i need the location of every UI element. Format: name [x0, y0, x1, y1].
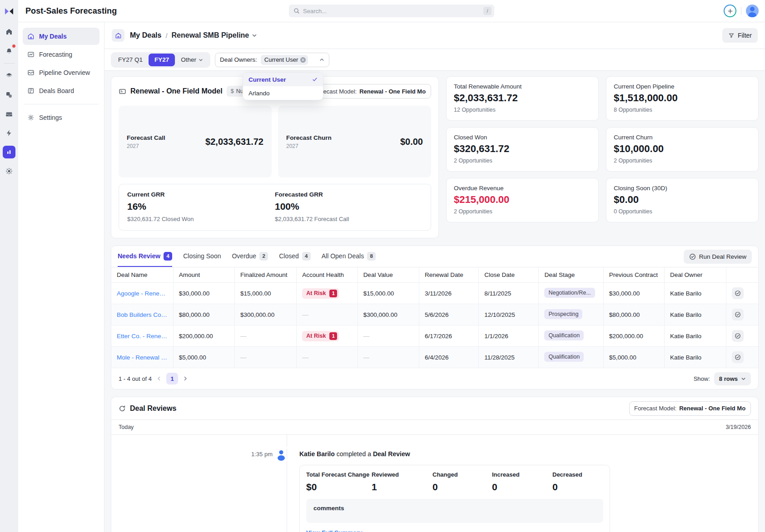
breadcrumb-root[interactable]: My Deals [130, 31, 161, 39]
grr-sub: $2,033,631.72 Forecast Call [275, 216, 422, 222]
deal-name-link[interactable]: Etter Co. - Renewal ... [117, 333, 168, 340]
column-header[interactable]: Deal Name [111, 267, 173, 283]
prev-page-icon[interactable] [156, 376, 162, 381]
entry-time: 1:35 pm [111, 451, 273, 458]
rail-inbox-icon[interactable] [3, 108, 15, 120]
table-row: Etter Co. - Renewal ... $200,000.00 — At… [111, 325, 758, 347]
rail-zap-icon[interactable] [3, 127, 15, 139]
tab-closed[interactable]: Closed4 [279, 246, 311, 267]
column-header[interactable]: Finalized Amount [235, 267, 297, 283]
rail-forecasting-app-icon[interactable] [3, 146, 15, 158]
deal-name-link[interactable]: Mole - Renewal 2026 [117, 354, 168, 361]
tab-needs-review[interactable]: Needs Review4 [118, 246, 172, 267]
rail-home-icon[interactable] [3, 25, 15, 38]
stat-card-total-renewable: Total Renewable Amount $2,033,631.72 12 … [446, 76, 599, 121]
stat-card-overdue-revenue: Overdue Revenue $215,000.00 2 Opportunit… [446, 178, 599, 222]
review-seal-icon[interactable] [732, 330, 744, 342]
stat-label: Overdue Revenue [454, 185, 591, 192]
previous-contract-cell: $80,000.00 [603, 304, 664, 325]
forecast-model-select[interactable]: Forecast Model: Renewal - One Field Mo [309, 84, 431, 99]
deals-table-card: Needs Review4 Closing Soon Overdue2 Clos… [111, 246, 759, 389]
forecast-call-panel: Forecast Call 2027 $2,033,631.72 [119, 106, 272, 177]
entry-action: completed a [337, 450, 371, 458]
column-header-actions [726, 267, 758, 283]
review-stat: Total Forecast Change $0 [306, 471, 372, 493]
review-seal-icon[interactable] [732, 287, 744, 299]
review-seal-icon[interactable] [732, 351, 744, 363]
breadcrumb-current[interactable]: Renewal SMB Pipeline [172, 31, 258, 39]
run-deal-review-button[interactable]: Run Deal Review [684, 250, 752, 264]
pagination-range: 1 - 4 out of 4 [119, 375, 152, 382]
close-date-cell: 8/11/2025 [479, 283, 539, 304]
add-button[interactable] [724, 5, 736, 17]
filter-button[interactable]: Filter [722, 28, 758, 43]
column-header[interactable]: Renewal Date [419, 267, 478, 283]
notification-dot [12, 44, 16, 48]
breadcrumb-home-button[interactable] [112, 29, 124, 42]
stat-label: Total Renewable Amount [454, 83, 591, 90]
forecast-model-card: Renewal - One Field Model $ Numeric Fore… [111, 76, 439, 238]
column-header[interactable]: Close Date [479, 267, 539, 283]
reviews-forecast-model-select[interactable]: Forecast Model: Renewal - One Field Mo [629, 401, 751, 416]
rail-shapes-icon[interactable] [3, 89, 15, 101]
app-root: Post-Sales Forecasting / [0, 0, 765, 532]
dropdown-option-arlando[interactable]: Arlando [243, 86, 323, 100]
view-full-summary-link[interactable]: View Full Summary [306, 529, 363, 532]
column-header[interactable]: Previous Contract [603, 267, 664, 283]
period-other[interactable]: Other [175, 54, 209, 66]
stat-sub: 8 Opportunities [614, 107, 751, 113]
search-input[interactable] [303, 8, 480, 15]
column-header[interactable]: Amount [173, 267, 234, 283]
owner-chip: Current User [261, 55, 308, 65]
amount-cell: $5,000.00 [173, 347, 234, 368]
page-size-select[interactable]: 8 rows [714, 372, 751, 385]
sidebar-item-my-deals[interactable]: My Deals [23, 28, 99, 45]
deal-owners-combobox[interactable]: Deal Owners: Current User [215, 53, 329, 67]
sidebar-item-deals-board[interactable]: Deals Board [23, 82, 99, 99]
content: Renewal - One Field Model $ Numeric Fore… [104, 71, 765, 532]
day-label: Today [119, 424, 134, 430]
page-number[interactable]: 1 [166, 373, 178, 384]
deal-name-link[interactable]: Bob Builders Compa... [117, 311, 168, 318]
funnel-icon [728, 32, 735, 39]
next-page-icon[interactable] [183, 376, 188, 381]
column-header[interactable]: Deal Value [358, 267, 419, 283]
period-fy27q1[interactable]: FY27 Q1 [112, 54, 149, 66]
actions-cell [726, 304, 758, 325]
stat-label: Current Churn [614, 134, 751, 141]
actions-cell [726, 347, 758, 368]
column-header[interactable]: Deal Stage [539, 267, 603, 283]
rail-layers-icon[interactable] [3, 69, 15, 82]
remove-chip-icon[interactable] [300, 57, 306, 63]
chevron-down-icon [741, 376, 746, 381]
comments-box: comments [306, 499, 603, 523]
sidebar-item-settings[interactable]: Settings [23, 109, 99, 126]
stat-value: $1,518,000.00 [614, 92, 751, 104]
app-logo[interactable] [0, 0, 18, 22]
sidebar-item-pipeline-overview[interactable]: Pipeline Overview [23, 64, 99, 81]
tab-all-open-deals[interactable]: All Open Deals8 [322, 246, 376, 267]
review-seal-icon[interactable] [732, 309, 744, 320]
icon-rail [0, 0, 18, 532]
user-avatar[interactable] [746, 5, 759, 17]
health-cell: At Risk1 [297, 325, 358, 347]
deal-name-link[interactable]: Agoogle - Renewal ... [117, 290, 168, 297]
health-cell: — [297, 304, 358, 325]
column-header[interactable]: Deal Owner [665, 267, 726, 283]
stats-grid: Total Renewable Amount $2,033,631.72 12 … [446, 76, 759, 238]
metric-label: Forecast Call [127, 134, 165, 141]
rail-notifications-icon[interactable] [3, 44, 15, 57]
tab-closing-soon[interactable]: Closing Soon [183, 246, 221, 267]
table-row: Mole - Renewal 2026 $5,000.00 — — — 6/4/… [111, 347, 758, 368]
reviews-title: Deal Reviews [130, 404, 176, 413]
period-fy27[interactable]: FY27 [149, 54, 175, 66]
review-stat-label: Total Forecast Change [306, 471, 372, 478]
entry-object: Deal Review [373, 450, 410, 458]
tab-overdue[interactable]: Overdue2 [232, 246, 268, 267]
search-bar[interactable]: / [289, 5, 494, 17]
sidebar-item-forecasting[interactable]: Forecasting [23, 46, 99, 63]
dropdown-option-current-user[interactable]: Current User [243, 73, 323, 86]
close-date-cell: 12/10/2025 [479, 304, 539, 325]
rail-settings-icon[interactable] [3, 165, 15, 177]
column-header[interactable]: Account Health [297, 267, 358, 283]
